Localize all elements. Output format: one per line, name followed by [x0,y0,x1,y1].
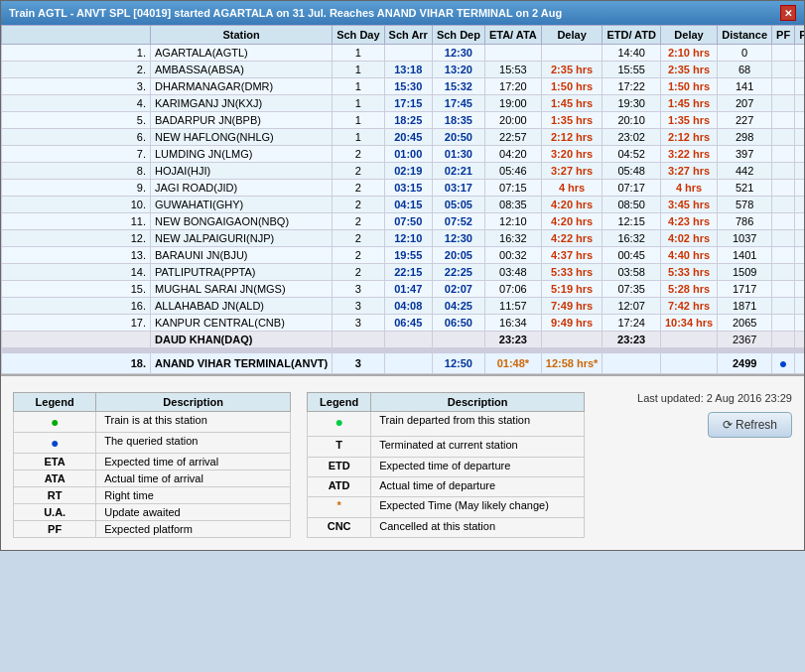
refresh-section: Last updated: 2 Aug 2016 23:29 ⟳ Refresh [613,392,792,438]
row-delay2: 3:45 hrs [660,197,717,213]
row-pres [795,230,804,247]
table-row: 17. KANPUR CENTRAL(CNB) 3 06:45 06:50 16… [2,315,805,332]
row-pf [772,112,795,129]
row-pres [795,146,804,163]
legend-desc: Expected platform [96,521,291,538]
row-pf [772,146,795,163]
row-scharr: 22:15 [384,264,432,281]
legend-item: ETD Expected time of departure [308,457,585,476]
legend-item: T Terminated at current station [308,437,585,457]
legend-item: ● The queried station [14,433,291,454]
table-row: 14. PATLIPUTRA(PPTA) 2 22:15 22:25 03:48… [2,264,805,281]
train-table: Station Sch Day Sch Arr Sch Dep ETA/ ATA… [1,25,804,374]
row-scharr: 17:15 [384,95,432,112]
row-pres [795,281,804,298]
row-schdep: 22:25 [432,264,484,281]
row-eta: 05:46 [484,163,541,180]
row-schdep: 12:30 [432,230,484,247]
legend-symbol: ● [14,412,96,433]
row-scharr: 01:47 [384,281,432,298]
refresh-button[interactable]: ⟳ Refresh [708,412,792,438]
row-delay1: 4:37 hrs [541,247,603,264]
row-delay2: 2:10 hrs [660,45,717,62]
col-header-delay1: Delay [541,26,603,45]
row-pf [772,129,795,146]
row-pres [795,213,804,230]
row-eta: 00:32 [484,247,541,264]
row-delay2: 4:02 hrs [660,230,717,247]
legend-symbol: ● [14,433,96,454]
row-pres [795,45,804,62]
row-scharr: 02:19 [384,163,432,180]
row-eta: 11:57 [484,298,541,315]
terminal-row: 18. ANAND VIHAR TERMINAL(ANVT) 3 12:50 0… [2,353,805,374]
row-eta: 20:00 [484,112,541,129]
daud-khan-row: DAUD KHAN(DAQ) 23:23 23:23 2367 [2,332,805,348]
row-delay1: 4 hrs [541,180,603,197]
legend-desc: Actual time of departure [371,476,585,496]
table-container: Station Sch Day Sch Arr Sch Dep ETA/ ATA… [1,25,804,374]
legend-desc: The queried station [96,433,291,454]
row-delay1: 4:20 hrs [541,213,603,230]
col-header-delay2: Delay [660,26,717,45]
row-schdep: 02:07 [432,281,484,298]
row-station: NEW HAFLONG(NHLG) [151,129,333,146]
row-schday: 3 [333,281,384,298]
legend-desc: Terminated at current station [371,437,585,457]
row-scharr: 04:15 [384,197,432,213]
table-row: 12. NEW JALPAIGURI(NJP) 2 12:10 12:30 16… [2,230,805,247]
row-scharr [384,45,432,62]
row-delay1: 1:35 hrs [541,112,603,129]
legend-symbol: ATD [308,476,371,496]
row-eta: 03:48 [484,264,541,281]
row-station: BADARPUR JN(BPB) [151,112,333,129]
legend-desc: Cancelled at this station [371,517,585,537]
row-etd: 19:30 [603,95,661,112]
table-row: 13. BARAUNI JN(BJU) 2 19:55 20:05 00:32 … [2,247,805,264]
table-row: 10. GUWAHATI(GHY) 2 04:15 05:05 08:35 4:… [2,197,805,213]
row-schdep: 18:35 [432,112,484,129]
row-scharr: 20:45 [384,129,432,146]
table-row: 11. NEW BONGAIGAON(NBQ) 2 07:50 07:52 12… [2,213,805,230]
row-schdep: 06:50 [432,315,484,332]
row-station: KANPUR CENTRAL(CNB) [151,315,333,332]
row-delay2: 1:45 hrs [660,95,717,112]
col-header-dist: Distance [718,26,772,45]
col-header-station [2,26,151,45]
legend-symbol: U.A. [14,504,96,521]
row-num: 12. [2,230,151,247]
row-pf [772,95,795,112]
last-updated-text: Last updated: 2 Aug 2016 23:29 [637,392,792,404]
row-eta: 16:34 [484,315,541,332]
row-dist: 397 [718,146,772,163]
legend-symbol: CNC [308,517,371,537]
col-header-etd: ETD/ ATD [603,26,661,45]
close-button[interactable]: ✕ [780,5,796,21]
row-dist: 578 [718,197,772,213]
row-pres [795,95,804,112]
row-etd: 20:10 [603,112,661,129]
row-dist: 1037 [718,230,772,247]
legend-right: Legend Description ● Train departed from… [307,392,585,538]
row-eta: 19:00 [484,95,541,112]
row-dist: 227 [718,112,772,129]
row-pres [795,264,804,281]
row-station: PATLIPUTRA(PPTA) [151,264,333,281]
row-pf [772,298,795,315]
row-num: 15. [2,281,151,298]
row-pres [795,129,804,146]
row-pres [795,197,804,213]
row-station: LUMDING JN(LMG) [151,146,333,163]
legend-desc: Expected Time (May likely change) [371,497,585,517]
row-pres [795,112,804,129]
row-delay2: 4:23 hrs [660,213,717,230]
row-schday: 1 [333,95,384,112]
row-dist: 1871 [718,298,772,315]
row-pf [772,315,795,332]
legend-symbol: ● [308,412,371,437]
row-pres [795,180,804,197]
legend-left-header1: Legend [14,393,96,412]
row-eta: 04:20 [484,146,541,163]
row-delay1: 4:20 hrs [541,197,603,213]
row-scharr: 06:45 [384,315,432,332]
